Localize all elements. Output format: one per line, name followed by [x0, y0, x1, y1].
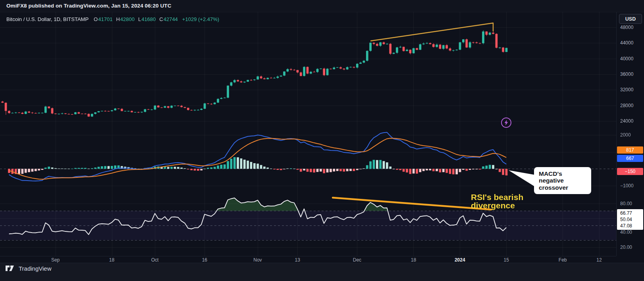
change-value: +1029 (+2.47%)	[182, 16, 219, 22]
axis-label: 80.00	[620, 201, 632, 206]
lightning-icon[interactable]	[501, 117, 511, 128]
rsi-badge-value: 47.08	[617, 223, 643, 229]
time-axis[interactable]: Sep18Oct16Nov13Dec18202415Feb12	[0, 256, 616, 263]
footer: TradingView	[0, 263, 644, 281]
symbol-legend[interactable]: Bitcoin / U.S. Dollar, 1D, BITSTAMP O417…	[6, 15, 219, 23]
time-tick-label: 12	[596, 257, 602, 263]
rsi-value-badges: 66.7750.0447.08	[617, 209, 643, 230]
tradingview-link[interactable]: TradingView	[6, 265, 52, 272]
rsi-divergence-note[interactable]: RSI's bearish divergence	[471, 193, 523, 210]
price-axis[interactable]: USD 480004400040000360003200028000240002…	[616, 12, 644, 256]
close-value: 42744	[164, 16, 178, 22]
axis-label: 32000	[620, 87, 633, 92]
published-line: OmiFX8 published on TradingView.com, Jan…	[6, 3, 172, 9]
high-label: H	[116, 16, 120, 22]
time-tick-label: 2024	[455, 257, 465, 263]
tradingview-logo-icon	[6, 266, 16, 271]
time-tick-label: 15	[504, 257, 509, 263]
high-value: 42800	[120, 16, 135, 22]
macd-line-badge: 667	[617, 155, 643, 162]
time-tick-label: Nov	[253, 257, 262, 263]
brand-name: TradingView	[19, 265, 52, 272]
rsi-badge-value: 50.04	[617, 217, 643, 222]
time-tick-label: Dec	[353, 257, 361, 263]
time-tick-label: Oct	[151, 257, 159, 263]
time-tick-label: 18	[109, 257, 114, 263]
axis-label: 24000	[620, 118, 633, 124]
macd-callout-line2: crossover	[539, 184, 586, 191]
axis-label: 20.00	[620, 244, 632, 250]
axis-label: 36000	[620, 71, 633, 77]
macd-callout-line1: MACD's negative	[539, 170, 586, 184]
low-value: 41680	[141, 16, 156, 22]
symbol-title: Bitcoin / U.S. Dollar, 1D, BITSTAMP	[6, 16, 89, 22]
time-tick-label: Feb	[559, 257, 567, 263]
time-tick-label: 16	[202, 257, 207, 263]
close-label: C	[159, 16, 163, 22]
chart-canvas[interactable]	[0, 12, 616, 256]
lightning-bolt-glyph	[504, 120, 509, 125]
macd-hist-badge: −150	[617, 168, 643, 175]
axis-label: 2000	[620, 132, 631, 138]
time-tick-label: 18	[411, 257, 416, 263]
publish-header: OmiFX8 published on TradingView.com, Jan…	[0, 0, 644, 12]
axis-label: 40000	[620, 56, 633, 62]
tradingview-snapshot: OmiFX8 published on TradingView.com, Jan…	[0, 0, 644, 281]
axis-label: 40.00	[620, 229, 632, 235]
open-label: O	[94, 16, 98, 22]
open-value: 41701	[98, 16, 112, 22]
time-tick-label: Sep	[51, 257, 60, 263]
axis-label: 48000	[620, 25, 633, 30]
axis-label: −1000	[620, 183, 634, 189]
macd-callout[interactable]: MACD's negative crossover	[534, 167, 591, 194]
time-tick-label: 13	[295, 257, 300, 263]
low-label: L	[138, 16, 141, 22]
rsi-badge-value: 66.77	[617, 210, 643, 216]
axis-label: 28000	[620, 103, 633, 108]
macd-signal-badge: 817	[617, 146, 643, 154]
rsi-note-line2: divergence	[471, 201, 523, 210]
rsi-note-line1: RSI's bearish	[471, 193, 523, 201]
currency-button[interactable]: USD	[619, 14, 642, 24]
axis-label: 44000	[620, 40, 633, 46]
